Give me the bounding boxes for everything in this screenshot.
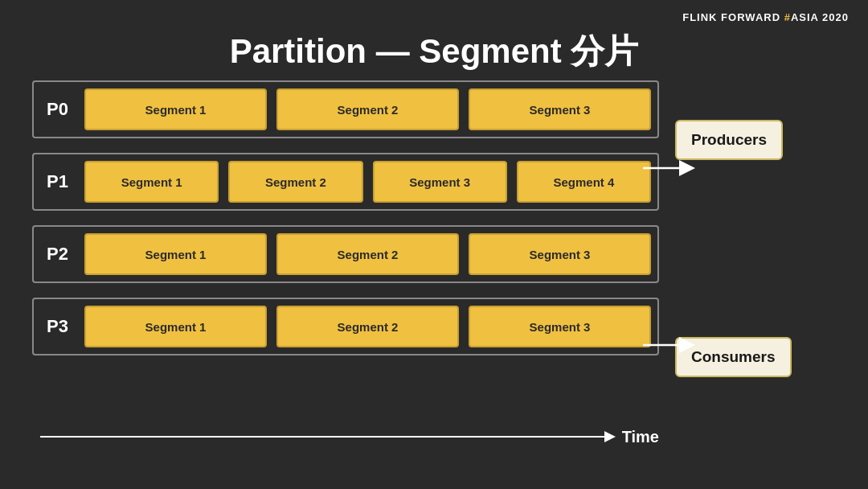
segment-p3-2: Segment 2 bbox=[276, 306, 459, 347]
time-label: Time bbox=[622, 428, 659, 446]
arrows-svg bbox=[643, 104, 707, 425]
partitions-area: P0Segment 1Segment 2Segment 3P1Segment 1… bbox=[32, 80, 659, 421]
segment-p0-1: Segment 1 bbox=[84, 88, 267, 130]
segments-row-p1: Segment 1Segment 2Segment 3Segment 4 bbox=[84, 161, 651, 203]
segment-p1-4: Segment 4 bbox=[517, 161, 651, 203]
segment-p0-2: Segment 2 bbox=[276, 88, 459, 130]
partition-label-p2: P2 bbox=[40, 244, 84, 265]
segment-p1-1: Segment 1 bbox=[84, 161, 219, 203]
branding-prefix: FLINK FORWARD bbox=[682, 11, 784, 23]
main-area: P0Segment 1Segment 2Segment 3P1Segment 1… bbox=[32, 80, 836, 449]
partition-row-p3: P3Segment 1Segment 2Segment 3 bbox=[32, 298, 659, 355]
segments-row-p0: Segment 1Segment 2Segment 3 bbox=[84, 88, 651, 130]
partition-label-p1: P1 bbox=[40, 171, 84, 192]
partition-row-p1: P1Segment 1Segment 2Segment 3Segment 4 bbox=[32, 153, 659, 211]
segment-p2-3: Segment 3 bbox=[469, 233, 651, 275]
segment-p1-2: Segment 2 bbox=[228, 161, 362, 203]
segment-p1-3: Segment 3 bbox=[373, 161, 507, 203]
segment-p3-1: Segment 1 bbox=[84, 306, 267, 347]
branding: FLINK FORWARD #ASIA 2020 bbox=[682, 11, 849, 23]
right-panel: Producers Consumers bbox=[659, 104, 836, 425]
time-line bbox=[40, 436, 604, 438]
segment-p0-3: Segment 3 bbox=[469, 88, 651, 130]
diagram-and-time: P0Segment 1Segment 2Segment 3P1Segment 1… bbox=[32, 80, 659, 449]
branding-suffix: ASIA 2020 bbox=[791, 11, 849, 23]
segments-row-p3: Segment 1Segment 2Segment 3 bbox=[84, 306, 651, 347]
segment-p2-1: Segment 1 bbox=[84, 233, 267, 275]
time-row: Time bbox=[32, 425, 659, 449]
time-arrow bbox=[604, 431, 616, 442]
segment-p2-2: Segment 2 bbox=[276, 233, 459, 275]
segments-row-p2: Segment 1Segment 2Segment 3 bbox=[84, 233, 651, 275]
segment-p3-3: Segment 3 bbox=[469, 306, 651, 347]
partition-row-p0: P0Segment 1Segment 2Segment 3 bbox=[32, 80, 659, 138]
partition-label-p0: P0 bbox=[40, 99, 84, 120]
diagram-container: P0Segment 1Segment 2Segment 3P1Segment 1… bbox=[32, 80, 659, 449]
partition-row-p2: P2Segment 1Segment 2Segment 3 bbox=[32, 225, 659, 283]
partition-label-p3: P3 bbox=[40, 316, 84, 337]
branding-hash: # bbox=[784, 11, 791, 23]
